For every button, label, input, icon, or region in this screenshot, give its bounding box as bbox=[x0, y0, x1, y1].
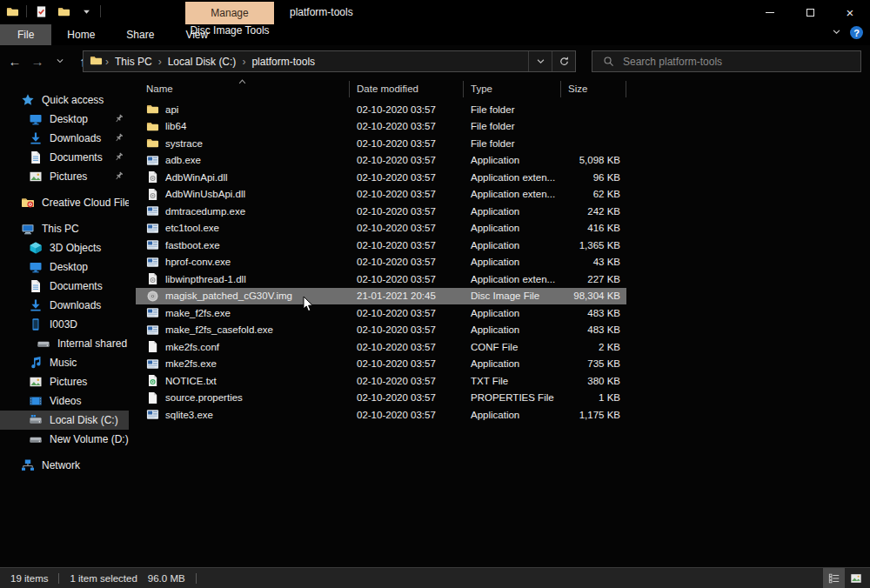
file-date-modified: 02-10-2020 03:57 bbox=[350, 189, 464, 199]
sidebar-item-music[interactable]: Music bbox=[0, 353, 129, 372]
pictures-icon bbox=[29, 375, 43, 389]
sidebar-item-pictures[interactable]: Pictures bbox=[0, 372, 129, 391]
sidebar-item-documents[interactable]: Documents bbox=[0, 148, 129, 167]
qat-separator bbox=[100, 5, 101, 17]
sidebar-item-internal-shared-sto[interactable]: Internal shared sto bbox=[0, 334, 129, 353]
sidebar-item-new-volume-d-[interactable]: New Volume (D:) bbox=[0, 430, 129, 449]
file-size: 483 KB bbox=[561, 324, 626, 335]
contextual-tab-manage[interactable]: Manage bbox=[185, 2, 274, 24]
expand-ribbon-chevron-icon[interactable] bbox=[832, 27, 841, 39]
file-name: make_f2fs_casefold.exe bbox=[165, 324, 273, 335]
help-button[interactable]: ? bbox=[850, 26, 863, 39]
file-row[interactable]: dmtracedump.exe 02-10-2020 03:57 Applica… bbox=[136, 203, 626, 220]
file-name: magisk_patched_cG30V.img bbox=[165, 291, 292, 301]
sidebar-item-i003d[interactable]: I003D bbox=[0, 315, 129, 334]
column-header-size[interactable]: Size bbox=[561, 81, 626, 97]
file-row[interactable]: source.properties 02-10-2020 03:57 PROPE… bbox=[136, 390, 626, 407]
forward-button[interactable]: → bbox=[28, 50, 47, 71]
file-row[interactable]: systrace 02-10-2020 03:57 File folder bbox=[136, 135, 626, 152]
column-header-type[interactable]: Type bbox=[464, 81, 561, 97]
tab-home[interactable]: Home bbox=[51, 24, 110, 45]
file-row[interactable]: etc1tool.exe 02-10-2020 03:57 Applicatio… bbox=[136, 220, 626, 237]
sidebar-item-downloads[interactable]: Downloads bbox=[0, 296, 129, 315]
download-icon bbox=[29, 298, 43, 312]
qat-customize-chevron-icon[interactable] bbox=[77, 3, 95, 20]
file-row[interactable]: magisk_patched_cG30V.img 21-01-2021 20:4… bbox=[136, 288, 626, 305]
sidebar-item-desktop[interactable]: Desktop bbox=[0, 257, 129, 277]
file-name: make_f2fs.exe bbox=[165, 308, 231, 318]
sidebar-item-label: Downloads bbox=[50, 299, 101, 311]
file-row[interactable]: sqlite3.exe 02-10-2020 03:57 Application… bbox=[136, 406, 626, 424]
file-type: Application exten... bbox=[464, 189, 561, 199]
sidebar-item-documents[interactable]: Documents bbox=[0, 277, 129, 296]
search-input[interactable] bbox=[623, 56, 840, 68]
quick-access-toolbar bbox=[3, 3, 101, 20]
tab-file[interactable]: File bbox=[0, 24, 51, 45]
properties-icon[interactable] bbox=[32, 3, 50, 20]
music-icon bbox=[29, 356, 43, 370]
sidebar-item-local-disk-c-[interactable]: Local Disk (C:) bbox=[0, 411, 129, 430]
maximize-button[interactable] bbox=[790, 0, 830, 24]
phone-icon bbox=[29, 317, 43, 331]
address-bar[interactable]: › This PC › Local Disk (C:) › platform-t… bbox=[83, 50, 576, 72]
breadcrumb-local-disk-c[interactable]: Local Disk (C:) bbox=[163, 51, 242, 71]
file-row[interactable]: AdbWinApi.dll 02-10-2020 03:57 Applicati… bbox=[136, 169, 626, 186]
file-row[interactable]: make_f2fs.exe 02-10-2020 03:57 Applicati… bbox=[136, 304, 626, 322]
file-type: PROPERTIES File bbox=[464, 392, 561, 403]
file-row[interactable]: hprof-conv.exe 02-10-2020 03:57 Applicat… bbox=[136, 254, 626, 271]
file-date-modified: 02-10-2020 03:57 bbox=[350, 121, 464, 131]
disc-icon bbox=[146, 290, 159, 303]
file-row[interactable]: mke2fs.exe 02-10-2020 03:57 Application … bbox=[136, 356, 626, 373]
tab-share[interactable]: Share bbox=[110, 24, 170, 45]
file-name-cell: systrace bbox=[136, 137, 350, 150]
file-row[interactable]: NOTICE.txt 02-10-2020 03:57 TXT File 380… bbox=[136, 372, 626, 390]
sidebar-item-label: Desktop bbox=[50, 261, 88, 273]
sidebar-item-desktop[interactable]: Desktop bbox=[0, 110, 129, 129]
search-box[interactable] bbox=[592, 50, 861, 72]
file-row[interactable]: api 02-10-2020 03:57 File folder bbox=[136, 101, 626, 118]
new-folder-icon[interactable] bbox=[55, 3, 72, 20]
file-row[interactable]: adb.exe 02-10-2020 03:57 Application 5,0… bbox=[136, 152, 626, 170]
file-row[interactable]: libwinpthread-1.dll 02-10-2020 03:57 App… bbox=[136, 271, 626, 288]
file-size: 43 KB bbox=[561, 257, 626, 267]
file-row[interactable]: lib64 02-10-2020 03:57 File folder bbox=[136, 118, 626, 136]
file-row[interactable]: mke2fs.conf 02-10-2020 03:57 CONF File 2… bbox=[136, 338, 626, 356]
breadcrumb-platform-tools[interactable]: platform-tools bbox=[246, 51, 320, 71]
sidebar-item-label: Quick access bbox=[42, 94, 104, 106]
sidebar-item-downloads[interactable]: Downloads bbox=[0, 129, 129, 148]
thumbnail-view-button[interactable] bbox=[845, 568, 867, 588]
back-button[interactable]: ← bbox=[5, 50, 24, 71]
refresh-button[interactable] bbox=[552, 51, 575, 71]
details-view-button[interactable] bbox=[823, 568, 845, 588]
file-type: File folder bbox=[464, 104, 561, 115]
file-name: systrace bbox=[165, 138, 203, 149]
recent-locations-chevron-icon[interactable] bbox=[50, 50, 70, 71]
sidebar-item-creative-cloud-files[interactable]: Creative Cloud Files bbox=[0, 193, 129, 212]
sidebar-item-3d-objects[interactable]: 3D Objects bbox=[0, 238, 129, 257]
file-list: api 02-10-2020 03:57 File folder lib64 0… bbox=[136, 101, 626, 424]
app-icon bbox=[146, 238, 159, 251]
minimize-button[interactable] bbox=[750, 0, 790, 24]
drive-icon bbox=[29, 432, 43, 446]
file-row[interactable]: make_f2fs_casefold.exe 02-10-2020 03:57 … bbox=[136, 322, 626, 339]
address-dropdown-button[interactable] bbox=[528, 51, 552, 71]
folder-icon bbox=[146, 120, 159, 133]
tab-disc-image-tools[interactable]: Disc Image Tools bbox=[185, 24, 274, 37]
sidebar-item-this-pc[interactable]: This PC bbox=[0, 219, 129, 238]
file-type: Application bbox=[464, 206, 561, 217]
sidebar-item-videos[interactable]: Videos bbox=[0, 391, 129, 411]
status-separator bbox=[58, 573, 59, 584]
sidebar-item-label: Internal shared sto bbox=[57, 337, 129, 350]
sidebar-item-network[interactable]: Network bbox=[0, 456, 129, 475]
column-header-date-modified[interactable]: Date modified bbox=[350, 81, 464, 97]
file-name-cell: source.properties bbox=[136, 391, 350, 404]
breadcrumb-this-pc[interactable]: This PC bbox=[110, 51, 157, 71]
close-button[interactable]: × bbox=[830, 0, 870, 24]
file-name-cell: dmtracedump.exe bbox=[136, 204, 350, 217]
file-date-modified: 02-10-2020 03:57 bbox=[350, 342, 464, 352]
sidebar-item-quick-access[interactable]: Quick access bbox=[0, 90, 129, 110]
file-row[interactable]: fastboot.exe 02-10-2020 03:57 Applicatio… bbox=[136, 237, 626, 254]
sidebar-item-pictures[interactable]: Pictures bbox=[0, 167, 129, 186]
file-row[interactable]: AdbWinUsbApi.dll 02-10-2020 03:57 Applic… bbox=[136, 186, 626, 204]
dll-icon bbox=[146, 170, 159, 184]
